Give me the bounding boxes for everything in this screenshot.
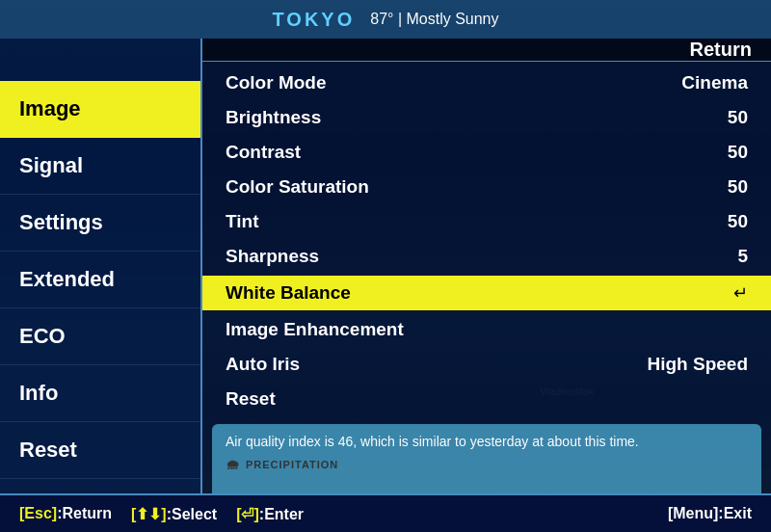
sidebar-item-info[interactable]: Info — [0, 365, 200, 422]
menu-value-brightness: 50 — [728, 107, 748, 128]
menu-value-sharpness: 5 — [737, 246, 748, 267]
menu-value-color-saturation: 50 — [728, 176, 748, 198]
precipitation-label: 🌧 PRECIPITATION — [226, 457, 748, 472]
sidebar-item-image[interactable]: Image — [0, 81, 200, 138]
menu-row-white-balance[interactable]: White Balance ↵ — [202, 276, 771, 310]
city-title: TOKYO — [272, 9, 355, 31]
menu-label-white-balance: White Balance — [226, 282, 722, 304]
top-bar: Return — [202, 39, 771, 62]
status-hints: [Esc]:Return [⬆⬇]:Select [⏎]:Enter — [19, 505, 304, 523]
menu-label-contrast: Contrast — [226, 142, 728, 163]
sidebar-item-settings[interactable]: Settings — [0, 195, 200, 252]
menu-label-sharpness: Sharpness — [226, 246, 737, 267]
menu-list: Color Mode Cinema Brightness 50 Contrast… — [202, 62, 771, 420]
menu-label-color-saturation: Color Saturation — [226, 176, 728, 198]
sidebar: Image Signal Settings Extended ECO Info … — [0, 39, 202, 493]
menu-value-tint: 50 — [728, 211, 748, 232]
osd-container: Image Signal Settings Extended ECO Info … — [0, 39, 771, 493]
status-bar: [Esc]:Return [⬆⬇]:Select [⏎]:Enter [Menu… — [0, 493, 771, 532]
hint-menu-exit: [Menu]:Exit — [668, 505, 752, 522]
menu-row-reset[interactable]: Reset — [202, 382, 771, 416]
weather-preview: Air quality index is 46, which is simila… — [212, 424, 761, 501]
menu-value-contrast: 50 — [728, 142, 748, 163]
menu-label-reset: Reset — [226, 388, 748, 410]
hint-esc: [Esc]:Return — [19, 505, 112, 523]
menu-row-contrast[interactable]: Contrast 50 — [202, 135, 771, 170]
menu-label-auto-iris: Auto Iris — [226, 354, 647, 375]
sidebar-item-signal[interactable]: Signal — [0, 138, 200, 195]
enter-icon: ↵ — [733, 282, 748, 304]
hint-enter: [⏎]:Enter — [236, 505, 304, 523]
menu-row-color-mode[interactable]: Color Mode Cinema — [202, 66, 771, 100]
sidebar-item-extended[interactable]: Extended — [0, 252, 200, 308]
menu-label-tint: Tint — [226, 211, 728, 232]
menu-label-color-mode: Color Mode — [226, 72, 681, 93]
menu-label-image-enhancement: Image Enhancement — [226, 319, 748, 340]
menu-row-image-enhancement[interactable]: Image Enhancement — [202, 312, 771, 347]
weather-bar: TOKYO 87° | Mostly Sunny — [0, 0, 771, 39]
menu-row-color-saturation[interactable]: Color Saturation 50 — [202, 170, 771, 204]
menu-row-tint[interactable]: Tint 50 — [202, 204, 771, 239]
menu-value-auto-iris: High Speed — [647, 354, 748, 375]
menu-label-brightness: Brightness — [226, 107, 728, 128]
weather-condition: 87° | Mostly Sunny — [370, 11, 498, 28]
main-panel: Return Color Mode Cinema Brightness 50 C… — [202, 39, 771, 493]
hint-select: [⬆⬇]:Select — [131, 505, 217, 523]
sidebar-item-eco[interactable]: ECO — [0, 308, 200, 365]
sidebar-item-reset[interactable]: Reset — [0, 422, 200, 479]
menu-row-brightness[interactable]: Brightness 50 — [202, 100, 771, 135]
return-button[interactable]: Return — [690, 39, 752, 61]
precipitation-icon: 🌧 — [226, 457, 240, 472]
menu-row-auto-iris[interactable]: Auto Iris High Speed — [202, 347, 771, 382]
menu-value-color-mode: Cinema — [681, 72, 748, 93]
air-quality-text: Air quality index is 46, which is simila… — [226, 434, 639, 449]
menu-row-sharpness[interactable]: Sharpness 5 — [202, 239, 771, 274]
